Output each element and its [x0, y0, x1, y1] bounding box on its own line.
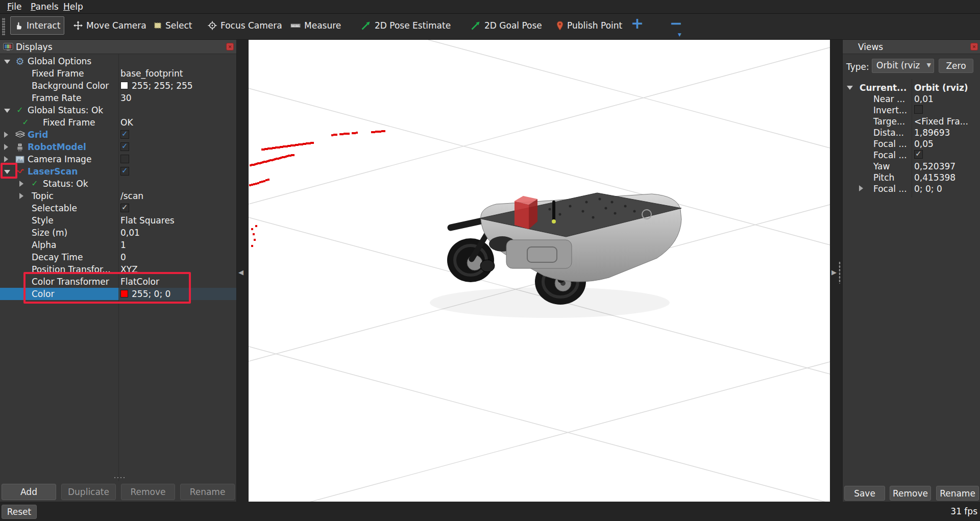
property-value[interactable]: XYZ	[120, 264, 138, 275]
zero-button[interactable]: Zero	[939, 59, 973, 73]
property-value[interactable]: 0,01	[120, 227, 140, 238]
view-row-targe-3[interactable]: Targe...<Fixed Fra...	[843, 115, 980, 127]
displays-close-icon[interactable]: ✕	[226, 43, 234, 51]
display-row-size-m[interactable]: Size (m)0,01	[0, 227, 236, 239]
display-row-color[interactable]: Color255; 0; 0	[0, 288, 236, 300]
expand-closed-icon[interactable]	[4, 132, 8, 138]
property-value[interactable]: <Fixed Fra...	[914, 116, 968, 127]
checkbox-unchecked[interactable]	[120, 155, 129, 163]
tool-2d-pose-estimate[interactable]: 2D Pose Estimate	[357, 16, 454, 35]
expand-closed-icon[interactable]	[19, 193, 23, 199]
view-row-focal-6[interactable]: Focal ...✓	[843, 149, 980, 160]
view-row-focal-9[interactable]: Focal ...0; 0; 0	[843, 183, 980, 194]
add-display-button[interactable]: Add	[2, 484, 56, 500]
property-value[interactable]: /scan	[120, 190, 143, 202]
remove-tool-caret-icon[interactable]: ▼	[678, 32, 681, 37]
rename-view-button[interactable]: Rename	[936, 486, 979, 501]
duplicate-display-button[interactable]: Duplicate	[61, 484, 116, 500]
color-swatch[interactable]	[120, 82, 128, 89]
property-value[interactable]: Orbit (rviz)	[914, 82, 968, 93]
remove-tool-button[interactable]: −	[670, 14, 682, 32]
property-value[interactable]: 0; 0; 0	[914, 183, 942, 194]
collapse-right-panel-icon[interactable]: ▶	[831, 268, 837, 276]
checkbox-checked[interactable]: ✓	[914, 150, 923, 159]
displays-resize-handle[interactable]	[113, 477, 127, 479]
display-row-color-transformer[interactable]: Color TransformerFlatColor	[0, 276, 236, 288]
view-row-near-1[interactable]: Near ...0,01	[843, 93, 980, 104]
view-row-dista-4[interactable]: Dista...1,89693	[843, 127, 980, 138]
display-row-style[interactable]: StyleFlat Squares	[0, 214, 236, 227]
property-value[interactable]: FlatColor	[120, 276, 159, 287]
tool-2d-goal-pose[interactable]: 2D Goal Pose	[467, 16, 546, 35]
display-row-global-options[interactable]: ⚙Global Options	[0, 55, 236, 67]
expand-open-icon[interactable]	[4, 109, 10, 113]
displays-panel-header[interactable]: Displays ✕	[0, 40, 236, 54]
property-value[interactable]: 0,415398	[914, 172, 955, 183]
checkbox-checked[interactable]: ✓	[120, 204, 129, 212]
display-row-robotmodel[interactable]: RobotModel✓	[0, 141, 236, 153]
collapse-left-panel-icon[interactable]: ◀	[238, 268, 243, 276]
menu-help[interactable]: Help	[63, 2, 83, 12]
checkbox-unchecked[interactable]	[914, 105, 923, 114]
display-row-frame-rate[interactable]: Frame Rate30	[0, 92, 236, 104]
property-value[interactable]: 0,01	[914, 93, 934, 105]
views-panel-header[interactable]: Views ✕	[843, 40, 980, 54]
property-value[interactable]: 30	[120, 92, 132, 104]
view-type-dropdown[interactable]: Orbit (rviz ▼	[872, 59, 934, 73]
right-panel-splitter[interactable]: ▶	[830, 40, 842, 502]
property-value[interactable]: 0,520397	[914, 161, 955, 172]
property-value[interactable]: OK	[120, 117, 133, 128]
views-close-icon[interactable]: ✕	[970, 43, 978, 51]
property-value[interactable]: 1	[120, 239, 126, 251]
display-row-fixed-frame[interactable]: ✓Fixed FrameOK	[0, 116, 236, 129]
display-row-laserscan[interactable]: LaserScan✓	[0, 165, 236, 178]
display-row-background-color[interactable]: Background Color255; 255; 255	[0, 80, 236, 92]
menu-panels[interactable]: Panels	[31, 2, 59, 12]
property-value[interactable]: Flat Squares	[120, 215, 175, 226]
expand-open-icon[interactable]	[4, 170, 10, 174]
checkbox-checked[interactable]: ✓	[120, 130, 129, 139]
tool-measure[interactable]: Measure	[287, 16, 345, 35]
remove-view-button[interactable]: Remove	[890, 486, 931, 501]
checkbox-checked[interactable]: ✓	[120, 142, 129, 151]
right-splitter-grip[interactable]	[839, 261, 841, 284]
expand-open-icon[interactable]	[4, 60, 10, 64]
expand-closed-icon[interactable]	[19, 181, 23, 187]
left-panel-splitter[interactable]: ◀	[237, 40, 249, 502]
display-row-selectable[interactable]: Selectable✓	[0, 202, 236, 214]
rename-display-button[interactable]: Rename	[180, 484, 235, 500]
checkbox-checked[interactable]: ✓	[120, 167, 129, 176]
view-row-yaw-7[interactable]: Yaw0,520397	[843, 160, 980, 171]
display-row-position-transfor[interactable]: Position Transfor...XYZ	[0, 263, 236, 276]
tool-interact[interactable]: Interact	[10, 16, 64, 35]
display-row-status-ok[interactable]: ✓Status: Ok	[0, 178, 236, 190]
property-value[interactable]: 1,89693	[914, 127, 950, 138]
property-value[interactable]: base_footprint	[120, 68, 183, 79]
display-row-topic[interactable]: Topic/scan	[0, 190, 236, 202]
remove-display-button[interactable]: Remove	[121, 484, 175, 500]
expand-open-icon[interactable]	[847, 86, 853, 90]
property-value[interactable]: 0,05	[914, 138, 934, 150]
add-tool-button[interactable]: +	[631, 14, 644, 32]
display-row-camera-image[interactable]: Camera Image	[0, 153, 236, 165]
view-row-current-0[interactable]: Current...Orbit (rviz)	[843, 82, 980, 93]
view-row-pitch-8[interactable]: Pitch0,415398	[843, 171, 980, 183]
tool-move-camera[interactable]: Move Camera	[70, 16, 150, 35]
reset-button[interactable]: Reset	[2, 505, 37, 519]
tool-select[interactable]: Select	[150, 16, 195, 35]
view-row-focal-5[interactable]: Focal ...0,05	[843, 138, 980, 149]
property-value[interactable]: 0	[120, 252, 126, 263]
save-view-button[interactable]: Save	[844, 486, 885, 501]
view-row-invert-2[interactable]: Invert...	[843, 104, 980, 115]
display-row-grid[interactable]: Grid✓	[0, 129, 236, 141]
display-row-decay-time[interactable]: Decay Time0	[0, 251, 236, 263]
expand-closed-icon[interactable]	[4, 144, 8, 150]
display-row-global-status-ok[interactable]: ✓Global Status: Ok	[0, 104, 236, 116]
display-row-alpha[interactable]: Alpha1	[0, 239, 236, 251]
toolbar-grip-handle[interactable]	[2, 18, 5, 35]
tool-focus-camera[interactable]: Focus Camera	[204, 16, 286, 35]
3d-viewport[interactable]	[249, 40, 830, 502]
color-swatch[interactable]	[120, 290, 128, 297]
expand-closed-icon[interactable]	[4, 156, 8, 162]
menu-file[interactable]: File	[7, 2, 21, 12]
